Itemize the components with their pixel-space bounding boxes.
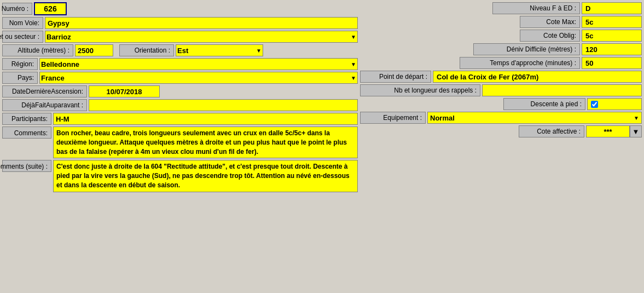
pays-label: Pays:: [2, 72, 38, 84]
cote-affective-value[interactable]: ***: [586, 125, 630, 137]
cote-max-row: Cote Max: 5c: [360, 16, 642, 28]
numero-label: Numéro :: [2, 3, 32, 15]
equipement-value[interactable]: Normal ▼: [427, 112, 642, 124]
nom-sommet-value[interactable]: Barrioz ▼: [45, 31, 358, 43]
region-value[interactable]: Belledonne ▼: [39, 58, 358, 70]
deja-fait-row: DéjàFaitAuparavant :: [2, 99, 358, 111]
cote-affective-box: *** ▼: [586, 125, 642, 137]
comments-suite-value[interactable]: C'est donc juste à droite de la 604 "Rec…: [53, 160, 358, 192]
temps-approche-row: Temps d'approche (minutes) : 50: [360, 57, 642, 69]
niveau-label: Niveau F à ED :: [492, 2, 580, 14]
region-row: Région: Belledonne ▼: [2, 58, 358, 70]
nb-rappels-value[interactable]: [482, 84, 642, 96]
orientation-value[interactable]: Est ▼: [176, 44, 263, 56]
comments-row: Comments: Bon rocher, beau cadre, trois …: [2, 127, 358, 158]
descente-checkbox-input[interactable]: [591, 101, 598, 108]
cote-max-label: Cote Max:: [520, 16, 580, 28]
pays-value[interactable]: France ▼: [39, 72, 358, 84]
deja-fait-value[interactable]: [89, 99, 358, 111]
altitude-orientation-row: Altitude (mètres) : 2500 Orientation : E…: [2, 44, 358, 56]
comments-label: Comments:: [2, 127, 51, 139]
cote-affective-label: Cote affective :: [519, 125, 584, 137]
cote-oblig-row: Cote Oblig: 5c: [360, 30, 642, 42]
equipement-label: Equipement :: [360, 112, 426, 124]
nom-voie-value[interactable]: Gypsy: [45, 17, 358, 29]
descente-label: Descente à pied :: [503, 98, 585, 110]
comments-value[interactable]: Bon rocher, beau cadre, trois longueurs …: [53, 127, 358, 158]
comments-suite-label: Comments (suite) :: [2, 160, 51, 172]
cote-oblig-label: Cote Oblig:: [520, 30, 580, 42]
participants-row: Participants: H-M: [2, 113, 358, 125]
deja-fait-label: DéjàFaitAuparavant :: [2, 99, 87, 111]
cote-affective-row: Cote affective : *** ▼: [360, 125, 642, 137]
altitude-label: Altitude (mètres) :: [2, 44, 73, 56]
nb-rappels-label: Nb et longueur des rappels :: [360, 84, 480, 96]
numero-value[interactable]: 626: [34, 2, 67, 15]
descente-row: Descente à pied :: [360, 98, 642, 110]
cote-affective-dropdown[interactable]: ▼: [630, 125, 642, 137]
participants-label: Participants:: [2, 113, 51, 125]
deniv-value[interactable]: 120: [582, 43, 642, 55]
nom-voie-label: Nom Voie:: [2, 17, 43, 29]
numero-row: Numéro : 626: [2, 2, 358, 15]
participants-value[interactable]: H-M: [53, 113, 358, 125]
date-value[interactable]: 10/07/2018: [89, 85, 160, 97]
altitude-value[interactable]: 2500: [75, 44, 113, 56]
nb-rappels-row: Nb et longueur des rappels :: [360, 84, 642, 96]
descente-checkbox[interactable]: [587, 98, 642, 110]
nom-sommet-row: NomSommet ou secteur : Barrioz ▼: [2, 31, 358, 43]
nom-sommet-label: NomSommet ou secteur :: [2, 31, 43, 43]
temps-approche-label: Temps d'approche (minutes) :: [460, 57, 580, 69]
niveau-row: Niveau F à ED : D: [360, 2, 642, 14]
niveau-value[interactable]: D: [582, 2, 642, 14]
point-depart-row: Point de départ : Col de la Croix de Fer…: [360, 71, 642, 83]
orientation-label: Orientation :: [119, 44, 174, 56]
region-label: Région:: [2, 58, 38, 70]
temps-approche-value[interactable]: 50: [582, 57, 642, 69]
point-depart-value[interactable]: Col de la Croix de Fer (2067m): [433, 71, 642, 83]
deniv-row: Déniv Difficile (mètres) : 120: [360, 43, 642, 55]
comments-suite-row: Comments (suite) : C'est donc juste à dr…: [2, 160, 358, 192]
date-label: DateDernièreAscension:: [2, 85, 87, 97]
nom-voie-row: Nom Voie: Gypsy: [2, 17, 358, 29]
pays-row: Pays: France ▼: [2, 72, 358, 84]
cote-max-value[interactable]: 5c: [582, 16, 642, 28]
cote-oblig-value[interactable]: 5c: [582, 30, 642, 42]
deniv-label: Déniv Difficile (mètres) :: [473, 43, 580, 55]
point-depart-label: Point de départ :: [360, 71, 431, 83]
date-row: DateDernièreAscension: 10/07/2018: [2, 85, 358, 97]
equipement-row: Equipement : Normal ▼: [360, 112, 642, 124]
